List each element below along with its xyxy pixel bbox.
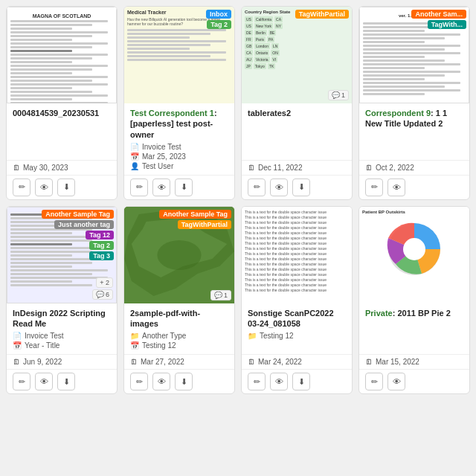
card-title-2: Test Correspondent 1: [paperless] test p… — [130, 108, 228, 140]
view-button-2[interactable]: 👁 — [152, 178, 170, 196]
svg-point-5 — [403, 238, 425, 260]
view-button-1[interactable]: 👁 — [35, 178, 53, 196]
view-button-8[interactable]: 👁 — [387, 373, 405, 390]
download-button-1[interactable]: ⬇ — [57, 178, 75, 196]
tag-tagwith-4: TagWith... — [428, 20, 466, 29]
card-title-1: 0004814539_20230531 — [13, 108, 111, 118]
tag-another-4: Another Sam... — [411, 10, 466, 19]
card-meta-user-2: 👤 Test User — [130, 162, 228, 170]
card-meta-year-5: 📅 Year - Title — [13, 341, 111, 350]
card-tablerates: Country Region State US California CA US… — [241, 6, 353, 200]
card-meta-type-6: 📁 Another Type — [130, 332, 228, 340]
card-correspondent9: ver. 1.0 Tue,3.0 — [358, 6, 470, 200]
download-button-3[interactable]: ⬇ — [292, 178, 310, 196]
card-bppie: Patient BP Outskirts — [358, 206, 470, 395]
card-thumb-3: Country Region State US California CA US… — [242, 7, 352, 103]
edit-button-7[interactable]: ✏ — [248, 373, 266, 390]
card-date-4: 🗓 Oct 2, 2022 — [359, 160, 469, 175]
badge-count-5: 💬6 — [92, 289, 113, 300]
card-title-5: InDesign 2022 Scripting Read Me — [13, 308, 111, 329]
file-icon-5: 📄 — [13, 332, 22, 340]
tag-12-5: Tag 12 — [86, 231, 114, 239]
card-meta-date-2: 📅 Mar 25, 2023 — [130, 152, 228, 161]
folder-icon-6: 📁 — [130, 332, 139, 340]
view-button-7[interactable]: 👁 — [270, 373, 288, 390]
edit-button-3[interactable]: ✏ — [248, 178, 266, 196]
download-button-6[interactable]: ⬇ — [175, 373, 193, 390]
card-thumb-7: This is a text for the double space char… — [242, 207, 352, 303]
edit-button-1[interactable]: ✏ — [13, 178, 30, 196]
card-title-3: tablerates2 — [248, 108, 346, 118]
card-info-4: Correspondent 9: 1 1New Title Updated 2 — [359, 103, 469, 160]
card-thumb-5: 💬6 + 2 Another Sample Tag Just another t… — [7, 207, 117, 303]
card-actions-5: ✏ 👁 ⬇ — [7, 369, 117, 393]
card-medical: Medical Tracker Has the new Billquick AI… — [123, 6, 235, 200]
card-info-7: Sonstige ScanPC2022 03-24_081058 📁 Testi… — [242, 303, 352, 355]
card-meta-cat-6: 📅 Testing 12 — [130, 341, 228, 350]
card-thumb-6: Another Sample Tag TagWithPartial 💬1 — [124, 207, 234, 303]
folder-icon-6b: 📅 — [130, 341, 139, 350]
card-date-6: 🗓 Mar 27, 2022 — [124, 354, 234, 369]
card-info-8: Private: 2011 BP Pie 2 — [359, 303, 469, 355]
card-actions-2: ✏ 👁 ⬇ — [124, 175, 234, 199]
card-title-8: Private: 2011 BP Pie 2 — [365, 308, 463, 318]
card-actions-6: ✏ 👁 ⬇ — [124, 369, 234, 393]
file-icon-2: 📄 — [130, 143, 139, 151]
download-button-7[interactable]: ⬇ — [292, 373, 310, 390]
svg-point-3 — [157, 240, 201, 270]
folder-icon-7: 📁 — [248, 332, 257, 340]
tag-partial-6: TagWithPartial — [178, 220, 231, 229]
card-date-1: 🗓 May 30, 2023 — [7, 160, 117, 175]
view-button-6[interactable]: 👁 — [152, 373, 170, 390]
calendar-icon-7: 🗓 — [248, 358, 255, 366]
calendar-icon-5: 📅 — [13, 341, 22, 350]
edit-button-5[interactable]: ✏ — [13, 373, 30, 390]
edit-button-2[interactable]: ✏ — [130, 178, 148, 196]
tag-3-5: Tag 3 — [89, 251, 114, 260]
tag-just-5: Just another tag — [54, 220, 114, 229]
card-sonstige: This is a text for the double space char… — [241, 206, 353, 395]
badge-count-6: 💬1 — [210, 290, 231, 300]
card-info-3: tablerates2 — [242, 103, 352, 160]
edit-button-8[interactable]: ✏ — [365, 373, 383, 390]
view-button-4[interactable]: 👁 — [387, 178, 405, 196]
card-actions-8: ✏ 👁 — [359, 369, 469, 393]
edit-button-4[interactable]: ✏ — [365, 178, 383, 196]
card-info-6: 2sample-pdf-with-images 📁 Another Type 📅… — [124, 303, 234, 355]
calendar-icon-3: 🗓 — [248, 164, 255, 172]
view-button-5[interactable]: 👁 — [35, 373, 53, 390]
card-actions-1: ✏ 👁 ⬇ — [7, 175, 117, 199]
card-title-4: Correspondent 9: 1 1New Title Updated 2 — [365, 108, 463, 129]
calendar-icon-2: 📅 — [130, 152, 139, 161]
card-info-1: 0004814539_20230531 — [7, 103, 117, 160]
view-button-3[interactable]: 👁 — [270, 178, 288, 196]
card-meta-cat-7: 📁 Testing 12 — [248, 332, 346, 340]
card-info-5: InDesign 2022 Scripting Read Me 📄 Invoic… — [7, 303, 117, 355]
card-actions-4: ✏ 👁 — [359, 175, 469, 199]
user-icon-2: 👤 — [130, 162, 139, 170]
document-grid: MAGNA OF SCOTLAND — [0, 0, 476, 400]
card-thumb-1: MAGNA OF SCOTLAND — [7, 7, 117, 103]
card-date-5: 🗓 Jun 9, 2022 — [7, 354, 117, 369]
card-meta-doc-2: 📄 Invoice Test — [130, 143, 228, 151]
card-2sample: Another Sample Tag TagWithPartial 💬1 2sa… — [123, 206, 235, 395]
tag-another-6: Another Sample Tag — [159, 210, 231, 219]
tag-partial-3: TagWithPartial — [295, 10, 349, 19]
card-date-8: 🗓 Mar 15, 2022 — [359, 354, 469, 369]
calendar-icon-4: 🗓 — [365, 164, 373, 172]
download-button-5[interactable]: ⬇ — [57, 373, 75, 390]
tag-another-5: Another Sample Tag — [42, 210, 114, 219]
card-thumb-8: Patient BP Outskirts — [359, 207, 469, 303]
card-scotland: MAGNA OF SCOTLAND — [6, 6, 118, 200]
card-title-7: Sonstige ScanPC2022 03-24_081058 — [248, 308, 346, 329]
tag-2-2: Tag 2 — [207, 20, 231, 29]
card-date-7: 🗓 Mar 24, 2022 — [242, 354, 352, 369]
download-button-2[interactable]: ⬇ — [175, 178, 193, 196]
card-thumb-2: Medical Tracker Has the new Billquick AI… — [124, 7, 234, 103]
calendar-icon-5b: 🗓 — [13, 358, 20, 366]
card-date-3: 🗓 Dec 11, 2022 — [242, 160, 352, 175]
badge-count-3: 💬1 — [328, 90, 349, 100]
card-title-6: 2sample-pdf-with-images — [130, 308, 228, 329]
calendar-icon-6: 🗓 — [130, 358, 138, 366]
edit-button-6[interactable]: ✏ — [130, 373, 148, 390]
